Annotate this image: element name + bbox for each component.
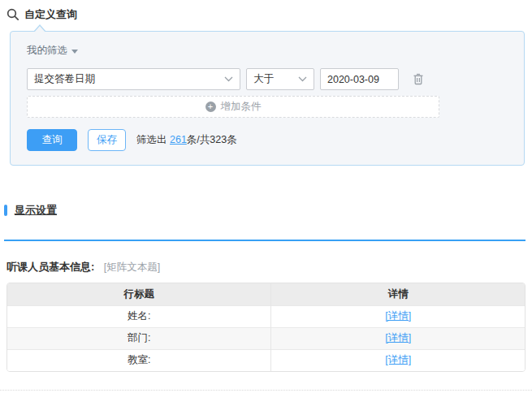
my-filter-label: 我的筛选 [27, 44, 67, 58]
question-title: 听课人员基本信息: [6, 261, 94, 273]
chevron-down-icon [298, 76, 307, 82]
save-button[interactable]: 保存 [88, 129, 126, 151]
row-label: 姓名: [7, 305, 271, 327]
query-button[interactable]: 查询 [27, 129, 77, 151]
filter-actions-row: 查询 保存 筛选出 261条/共323条 [27, 129, 508, 151]
detail-link[interactable]: [详情] [385, 354, 411, 365]
page-footer-divider [0, 390, 532, 391]
chevron-down-icon [224, 76, 233, 82]
page-title: 自定义查询 [24, 7, 77, 22]
row-label: 部门: [7, 327, 271, 349]
filter-condition-row: 提交答卷日期 大于 [27, 68, 508, 90]
table-row: 教室: [详情] [7, 349, 525, 371]
display-settings-label: 显示设置 [15, 203, 57, 218]
chevron-down-icon [71, 50, 78, 54]
operator-select-value: 大于 [253, 72, 274, 86]
matrix-table: 行标题 详情 姓名: [详情] 部门: [详情] 教室: [详情] [6, 283, 526, 372]
field-select[interactable]: 提交答卷日期 [27, 68, 240, 90]
plus-circle-icon: + [205, 102, 216, 112]
filter-result-text: 筛选出 261条/共323条 [136, 133, 237, 147]
date-input[interactable] [320, 68, 399, 90]
page-header: 自定义查询 [0, 0, 532, 22]
custom-query-panel: 我的筛选 提交答卷日期 大于 [10, 31, 525, 166]
table-header-row: 行标题 详情 [7, 283, 525, 305]
page: 自定义查询 我的筛选 提交答卷日期 大于 [0, 0, 532, 406]
table-row: 部门: [详情] [7, 327, 525, 349]
column-header-row-title: 行标题 [7, 283, 271, 305]
table-row: 姓名: [详情] [7, 305, 525, 327]
search-icon [6, 8, 19, 21]
display-settings-section[interactable]: 显示设置 [4, 203, 532, 218]
detail-link[interactable]: [详情] [385, 332, 411, 343]
row-label: 教室: [7, 349, 271, 371]
operator-select[interactable]: 大于 [246, 68, 314, 90]
section-divider-line [4, 240, 526, 241]
result-suffix: 条/共323条 [187, 134, 237, 145]
delete-condition-button[interactable] [412, 72, 425, 86]
result-count-link[interactable]: 261 [170, 134, 187, 145]
question-type-tag: [矩阵文本题] [104, 261, 160, 273]
detail-link[interactable]: [详情] [385, 310, 411, 322]
add-condition-label: 增加条件 [221, 100, 262, 114]
question-title-row: 听课人员基本信息: [矩阵文本题] [6, 260, 532, 274]
result-prefix: 筛选出 [136, 134, 170, 145]
field-select-value: 提交答卷日期 [34, 72, 95, 86]
add-condition-button[interactable]: + 增加条件 [27, 96, 439, 118]
trash-icon [412, 72, 425, 86]
column-header-detail: 详情 [271, 283, 525, 305]
section-marker-bar [4, 205, 7, 216]
my-filter-dropdown[interactable]: 我的筛选 [27, 44, 78, 58]
